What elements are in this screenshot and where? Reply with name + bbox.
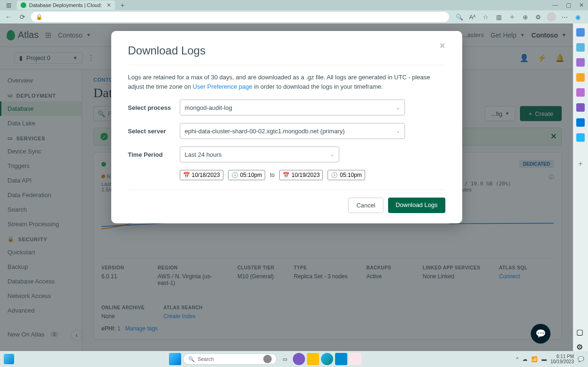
back-icon[interactable]: ← (3, 11, 14, 23)
download-logs-modal: × Download Logs Logs are retained for a … (111, 31, 462, 223)
split-icon[interactable]: ▥ (494, 12, 504, 22)
url-input[interactable]: 🔒 (31, 12, 449, 22)
chevron-up-icon[interactable]: ^ (516, 356, 519, 362)
calendar-icon: 📅 (183, 172, 190, 178)
browser-chrome: ▥ Database Deployments | Cloud: ✕ + — ▢ … (0, 0, 588, 23)
chat-taskbar-icon[interactable] (293, 353, 305, 365)
time-from-value: 05:10pm (240, 172, 262, 178)
people-icon[interactable] (576, 88, 585, 97)
widgets-icon[interactable] (4, 354, 14, 364)
office-icon[interactable] (576, 103, 585, 112)
wifi-icon[interactable]: 📶 (531, 356, 538, 362)
add-edge-icon[interactable]: + (576, 160, 585, 168)
taskbar-search[interactable]: 🔍 Search (183, 353, 277, 365)
clock-icon: 🕔 (231, 172, 238, 178)
chevron-down-icon: ⌄ (396, 129, 400, 134)
period-value: Last 24 hours (185, 151, 222, 158)
date-from-value: 10/18/2023 (192, 172, 220, 178)
calendar-icon: 📅 (283, 172, 290, 178)
date-to-value: 10/19/2023 (291, 172, 320, 178)
tag-icon[interactable] (576, 58, 585, 67)
to-label: to (270, 172, 275, 178)
modal-close-icon[interactable]: × (440, 40, 445, 51)
server-select[interactable]: ephi-data-cluster-shard-00-02.xgtc1.mong… (180, 123, 405, 139)
store-icon[interactable] (335, 353, 347, 365)
cloud-icon[interactable]: ☁ (522, 356, 527, 362)
refresh-icon[interactable]: ⟳ (17, 11, 28, 23)
chat-fab[interactable]: 💬 (531, 324, 550, 344)
taskbar-search-label: Search (198, 356, 214, 362)
profile-avatar[interactable] (547, 12, 556, 22)
period-row: Time Period Last 24 hours ⌄ (128, 146, 445, 162)
datetime-row: 📅10/18/2023 🕔05:10pm to 📅10/19/2023 🕔05:… (180, 170, 445, 180)
send-icon[interactable] (576, 133, 585, 142)
process-select[interactable]: mongod-audit-log ⌄ (180, 99, 405, 115)
windows-taskbar: 🔍 Search ▭ ^ ☁ 📶 ▬ 6:11 PM 10/19/2023 💬 (0, 351, 588, 367)
explorer-icon[interactable] (307, 353, 319, 365)
modal-title: Download Logs (128, 44, 445, 57)
taskview-icon[interactable]: ▭ (279, 353, 291, 365)
modal-footer: Cancel Download Logs (128, 190, 445, 213)
user-pref-link[interactable]: User Preference page (193, 83, 252, 90)
period-select[interactable]: Last 24 hours ⌄ (180, 146, 339, 162)
favorite-icon[interactable]: ☆ (481, 12, 490, 22)
search-icon: 🔍 (188, 356, 195, 362)
date-from-input[interactable]: 📅10/18/2023 (180, 170, 223, 180)
read-aloud-icon[interactable]: Aᴬ (468, 12, 477, 22)
time-value: 6:11 PM (550, 354, 574, 359)
maximize-icon[interactable]: ▢ (562, 0, 575, 10)
time-to-input[interactable]: 🕔05:10pm (328, 170, 365, 180)
system-clock[interactable]: 6:11 PM 10/19/2023 (550, 354, 574, 364)
cancel-button[interactable]: Cancel (348, 198, 383, 213)
date-value: 10/19/2023 (550, 359, 574, 364)
server-value: ephi-data-cluster-shard-00-02.xgtc1.mong… (185, 128, 345, 135)
date-to-input[interactable]: 📅10/19/2023 (279, 170, 323, 180)
server-label: Select server (128, 128, 180, 135)
start-icon[interactable] (169, 353, 181, 365)
copilot-icon[interactable]: ◉ (573, 12, 582, 22)
edge-icon[interactable] (321, 353, 333, 365)
more-icon[interactable]: ⋯ (560, 12, 569, 22)
server-row: Select server ephi-data-cluster-shard-00… (128, 123, 445, 139)
close-window-icon[interactable]: ✕ (575, 0, 588, 10)
time-to-value: 05:10pm (340, 172, 362, 178)
mongodb-favicon (21, 2, 26, 8)
extensions-icon[interactable]: ⚙ (534, 12, 543, 22)
address-bar: ← ⟳ 🔒 🔍 Aᴬ ☆ ▥ ✧ ⊕ ⚙ ⋯ ◉ (0, 10, 588, 23)
settings-edge-icon[interactable]: ⚙ (576, 343, 585, 351)
sidebar-toggle-icon[interactable]: ▢ (576, 328, 585, 336)
minimize-icon[interactable]: — (549, 0, 562, 10)
search-edge-icon[interactable] (576, 43, 585, 52)
tab-overview-icon[interactable]: ▥ (2, 0, 15, 10)
collections-icon[interactable]: ⊕ (520, 12, 530, 22)
modal-description: Logs are retained for a max of 30 days, … (128, 73, 445, 91)
time-from-input[interactable]: 🕔05:10pm (228, 170, 266, 180)
clock-icon: 🕔 (331, 172, 338, 178)
process-row: Select process mongod-audit-log ⌄ (128, 99, 445, 115)
search-avatar (263, 355, 272, 363)
chevron-down-icon: ⌄ (330, 152, 334, 157)
notifications-icon[interactable]: 💬 (578, 356, 584, 362)
snip-icon[interactable] (349, 353, 361, 365)
outlook-icon[interactable] (576, 118, 585, 127)
new-tab-button[interactable]: + (118, 1, 127, 9)
tab-bar: ▥ Database Deployments | Cloud: ✕ + — ▢ … (0, 0, 588, 10)
period-label: Time Period (128, 151, 180, 158)
zoom-icon[interactable]: 🔍 (455, 12, 464, 22)
tab-title: Database Deployments | Cloud: (29, 2, 102, 8)
atlas-app: Atlas ⊞ Contoso ▼ ...asters Get Help ▼ C… (0, 23, 573, 351)
chat-icon[interactable] (576, 28, 585, 37)
close-tab-icon[interactable]: ✕ (107, 2, 111, 8)
browser-tab[interactable]: Database Deployments | Cloud: ✕ (17, 0, 115, 10)
chevron-down-icon: ⌄ (396, 105, 400, 110)
edge-sidebar: + ▢ ⚙ (573, 23, 588, 351)
process-label: Select process (128, 104, 180, 111)
lock-icon: 🔒 (36, 14, 43, 20)
shopping-icon[interactable] (576, 73, 585, 82)
process-value: mongod-audit-log (185, 104, 232, 111)
download-logs-button[interactable]: Download Logs (388, 198, 445, 213)
modal-overlay[interactable]: × Download Logs Logs are retained for a … (0, 23, 573, 351)
battery-icon[interactable]: ▬ (542, 356, 547, 362)
favorites-icon[interactable]: ✧ (507, 12, 517, 22)
